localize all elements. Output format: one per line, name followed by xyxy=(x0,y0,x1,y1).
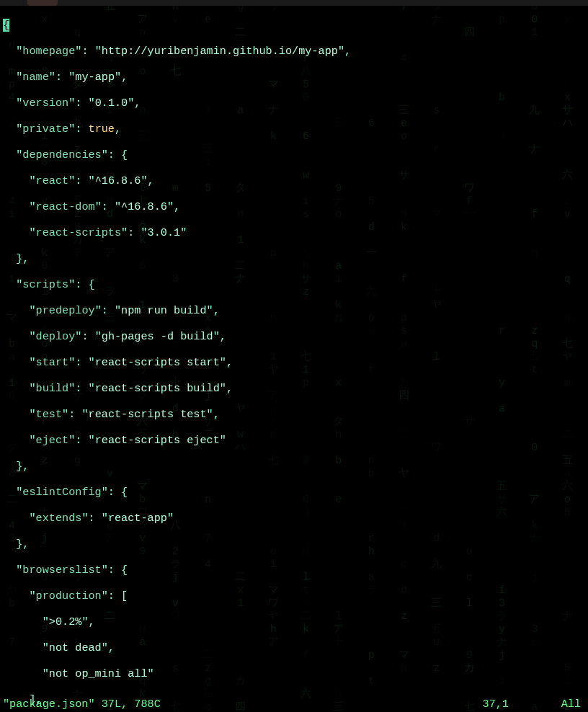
code-line: "scripts": { xyxy=(3,278,588,291)
code-line: "test": "react-scripts test", xyxy=(3,408,588,421)
code-line: "eslintConfig": { xyxy=(3,486,588,499)
window-tab xyxy=(27,0,58,6)
cursor-open-brace: { xyxy=(3,19,9,32)
code-line: "extends": "react-app" xyxy=(3,512,588,525)
code-line: "production": [ xyxy=(3,589,588,602)
code-line: }, xyxy=(3,460,588,473)
code-line: "predeploy": "npm run build", xyxy=(3,304,588,317)
code-line: }, xyxy=(3,538,588,551)
status-scroll: All xyxy=(561,698,581,711)
code-line: "homepage": "http://yuribenjamin.github.… xyxy=(3,45,588,58)
status-cursor-pos: 37,1 xyxy=(483,698,509,711)
window-titlebar xyxy=(0,0,588,6)
code-line: "dependencies": { xyxy=(3,148,588,161)
code-line: "private": true, xyxy=(3,123,588,135)
code-line: "react-scripts": "3.0.1" xyxy=(3,226,588,239)
code-line: "start": "react-scripts start", xyxy=(3,356,588,369)
code-line: "name": "my-app", xyxy=(3,71,588,84)
code-line: "not op_mini all" xyxy=(3,667,588,680)
code-line: "react": "^16.8.6", xyxy=(3,174,588,187)
code-line: "version": "0.1.0", xyxy=(3,97,588,110)
code-line: "not dead", xyxy=(3,641,588,654)
code-line: "react-dom": "^16.8.6", xyxy=(3,200,588,213)
code-line: { xyxy=(3,19,588,32)
code-line: "build": "react-scripts build", xyxy=(3,382,588,395)
vim-status-line: "package.json" 37L, 788C 37,1 All xyxy=(0,698,588,712)
code-line: }, xyxy=(3,252,588,265)
code-line: "eject": "react-scripts eject" xyxy=(3,434,588,447)
code-line: ">0.2%", xyxy=(3,615,588,628)
status-filename: "package.json" 37L, 788C xyxy=(3,698,161,711)
code-line: "browserslist": { xyxy=(3,564,588,577)
vim-editor[interactable]: { "homepage": "http://yuribenjamin.githu… xyxy=(0,0,588,712)
code-line: "deploy": "gh-pages -d build", xyxy=(3,330,588,343)
